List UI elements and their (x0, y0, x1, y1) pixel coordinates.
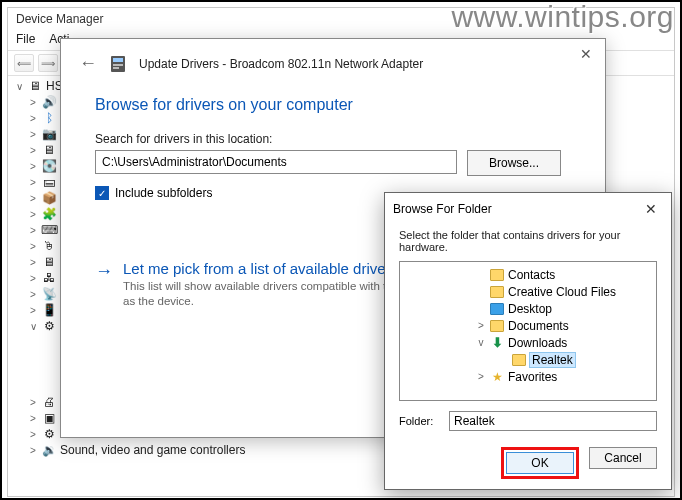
folder-label-text: Favorites (508, 370, 557, 384)
folder-label-text: Documents (508, 319, 569, 333)
download-icon: ⬇ (490, 335, 504, 350)
window-title: Device Manager (8, 8, 674, 30)
folder-label-text: Contacts (508, 268, 555, 282)
bff-subtitle: Select the folder that contains drivers … (385, 225, 671, 261)
tree-sound-controllers[interactable]: Sound, video and game controllers (60, 443, 245, 457)
include-subfolders-checkbox[interactable]: ✓ (95, 186, 109, 200)
ok-highlight: OK (501, 447, 579, 479)
dialog-heading: Browse for drivers on your computer (95, 86, 575, 132)
bff-title: Browse For Folder (393, 202, 492, 216)
twisty-icon[interactable]: v (476, 337, 486, 348)
folder-icon (512, 354, 526, 366)
toolbar-back-icon[interactable]: ⟸ (14, 54, 34, 72)
folder-row[interactable]: >★Favorites (402, 368, 654, 385)
folder-row[interactable]: Contacts (402, 266, 654, 283)
bff-close-icon[interactable]: ✕ (639, 199, 663, 219)
dialog-title: Update Drivers - Broadcom 802.11n Networ… (139, 57, 423, 71)
driver-icon (109, 55, 127, 73)
arrow-right-icon: → (95, 260, 113, 309)
browse-for-folder-dialog: Browse For Folder ✕ Select the folder th… (384, 192, 672, 490)
folder-name-input[interactable] (449, 411, 657, 431)
svg-rect-3 (113, 67, 119, 69)
browse-button[interactable]: Browse... (467, 150, 561, 176)
folder-label: Folder: (399, 415, 441, 427)
folder-label-text: Downloads (508, 336, 567, 350)
close-icon[interactable]: ✕ (573, 43, 599, 65)
svg-rect-2 (113, 64, 123, 66)
folder-row[interactable]: Realtek (402, 351, 654, 368)
folder-row[interactable]: Creative Cloud Files (402, 283, 654, 300)
folder-label-text: Desktop (508, 302, 552, 316)
driver-path-input[interactable] (95, 150, 457, 174)
twisty-icon[interactable]: > (476, 371, 486, 382)
ok-button[interactable]: OK (506, 452, 574, 474)
folder-icon (490, 269, 504, 281)
search-location-label: Search for drivers in this location: (95, 132, 575, 146)
menu-file[interactable]: File (16, 32, 35, 46)
folder-label-text: Realtek (530, 353, 575, 367)
folder-row[interactable]: >Documents (402, 317, 654, 334)
toolbar-fwd-icon[interactable]: ⟹ (38, 54, 58, 72)
star-icon: ★ (490, 370, 504, 384)
include-subfolders-label: Include subfolders (115, 186, 212, 200)
folder-icon (490, 320, 504, 332)
folder-row[interactable]: Desktop (402, 300, 654, 317)
folder-tree[interactable]: ContactsCreative Cloud FilesDesktop>Docu… (399, 261, 657, 401)
back-arrow-icon[interactable]: ← (79, 53, 97, 74)
svg-rect-1 (113, 58, 123, 62)
folder-label-text: Creative Cloud Files (508, 285, 616, 299)
desktop-icon (490, 303, 504, 315)
folder-icon (490, 286, 504, 298)
twisty-icon[interactable]: > (476, 320, 486, 331)
folder-row[interactable]: v⬇Downloads (402, 334, 654, 351)
cancel-button[interactable]: Cancel (589, 447, 657, 469)
